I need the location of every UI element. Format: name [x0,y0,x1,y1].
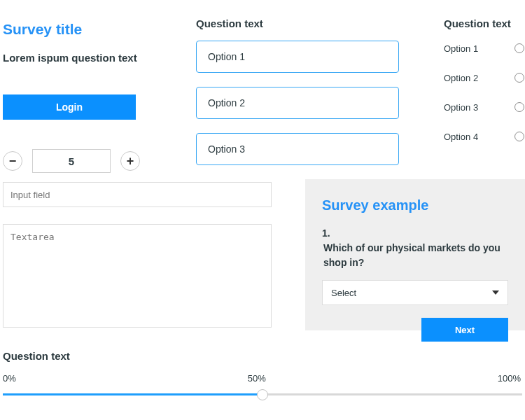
panel-title: Survey example [322,197,508,214]
login-button[interactable]: Login [3,94,136,120]
radio-icon[interactable] [514,43,524,53]
option-label: Option 3 [208,144,245,155]
survey-example-panel: Survey example 1. Which of our physical … [305,179,525,330]
radio-label: Option 3 [444,102,478,113]
question-body: Which of our physical markets do you sho… [322,241,508,270]
radio-icon[interactable] [514,102,524,112]
question-text-right: Question text [444,18,524,29]
quantity-stepper: − + [3,149,164,173]
slider-track[interactable] [3,393,522,396]
select-dropdown[interactable]: Select [322,280,508,305]
question-text-mid: Question text [196,18,399,29]
slider-label: 50% [248,373,266,384]
radio-icon[interactable] [514,73,524,83]
question-number: 1. [322,227,330,239]
radio-row[interactable]: Option 4 [444,129,524,144]
next-button[interactable]: Next [421,318,508,342]
slider-label: 0% [3,373,16,384]
option-label: Option 2 [208,97,245,108]
text-input[interactable] [3,182,272,207]
slider-labels: 0% 50% 100% [3,373,522,384]
radio-row[interactable]: Option 1 [444,41,524,56]
option-button[interactable]: Option 1 [196,41,399,73]
slider-label: 100% [498,373,521,384]
radio-row[interactable]: Option 2 [444,70,524,85]
chevron-down-icon [492,290,499,295]
plus-icon[interactable]: + [120,151,140,171]
question-text-slider: Question text [3,350,522,362]
select-label: Select [331,288,356,298]
option-button[interactable]: Option 3 [196,133,399,165]
slider-fill [3,393,262,396]
option-label: Option 1 [208,51,245,62]
question-text-left: Lorem ispum question text [3,52,164,64]
slider-thumb[interactable] [257,389,268,400]
textarea[interactable] [3,224,272,328]
minus-icon[interactable]: − [3,151,22,171]
radio-row[interactable]: Option 3 [444,99,524,115]
radio-label: Option 1 [444,43,478,54]
radio-label: Option 2 [444,73,478,83]
survey-title: Survey title [3,21,164,38]
stepper-input[interactable] [32,149,111,173]
panel-question: 1. Which of our physical markets do you … [322,226,508,270]
radio-icon[interactable] [514,132,524,141]
radio-label: Option 4 [444,132,478,142]
option-button[interactable]: Option 2 [196,87,399,119]
